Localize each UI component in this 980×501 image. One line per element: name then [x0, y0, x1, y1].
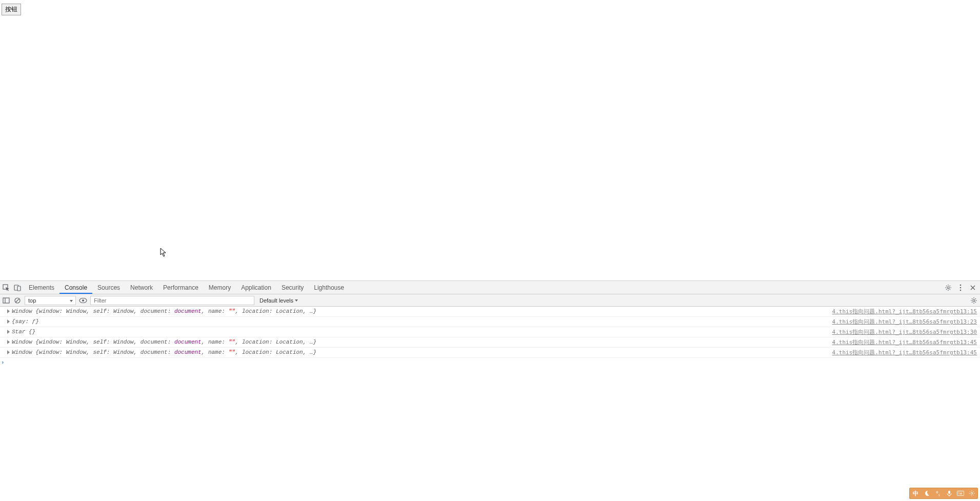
expand-triangle-icon[interactable]: [7, 330, 10, 334]
tab-security[interactable]: Security: [276, 282, 309, 294]
page-button[interactable]: 按钮: [2, 4, 21, 15]
console-prompt[interactable]: ›: [0, 358, 980, 359]
console-settings-icon[interactable]: [970, 296, 978, 305]
expand-triangle-icon[interactable]: [7, 319, 10, 324]
tab-application[interactable]: Application: [236, 282, 276, 294]
settings-gear-icon[interactable]: [944, 284, 952, 292]
svg-point-18: [961, 492, 962, 492]
console-row: Window {window: Window, self: Window, do…: [0, 307, 980, 317]
page-viewport: 按钮: [0, 0, 980, 280]
ime-keyboard-icon[interactable]: [956, 489, 965, 497]
expand-triangle-icon[interactable]: [7, 350, 10, 354]
clear-console-icon[interactable]: [13, 296, 22, 305]
svg-rect-7: [3, 298, 9, 303]
ime-mode-toggle[interactable]: 中: [911, 489, 919, 497]
console-message[interactable]: Window {window: Window, self: Window, do…: [7, 348, 832, 357]
svg-point-13: [973, 299, 975, 302]
svg-rect-2: [17, 286, 21, 291]
ime-punct-icon[interactable]: °,: [934, 489, 942, 497]
ime-mic-icon[interactable]: [945, 489, 953, 497]
expand-triangle-icon[interactable]: [7, 340, 10, 344]
tab-lighthouse[interactable]: Lighthouse: [309, 282, 349, 294]
svg-rect-20: [959, 493, 962, 494]
console-source-link[interactable]: 4.this指向问题.html?_ijt…8tb56sa5fmrgtb13:45: [832, 348, 978, 357]
prompt-caret-icon: ›: [1, 358, 5, 367]
log-levels-selector[interactable]: Default levels: [257, 297, 300, 304]
svg-point-4: [960, 284, 962, 286]
more-menu-icon[interactable]: [956, 284, 965, 292]
inspect-element-icon[interactable]: [2, 284, 10, 292]
svg-point-21: [971, 492, 973, 494]
console-source-link[interactable]: 4.this指向问题.html?_ijt…8tb56sa5fmrgtb13:45: [832, 338, 978, 347]
devtools-panel: ElementsConsoleSourcesNetworkPerformance…: [0, 280, 980, 501]
tab-network[interactable]: Network: [125, 282, 158, 294]
expand-triangle-icon[interactable]: [7, 309, 10, 313]
console-row: Window {window: Window, self: Window, do…: [0, 337, 980, 348]
device-toolbar-icon[interactable]: [13, 284, 22, 292]
execution-context-selector[interactable]: top: [25, 296, 76, 305]
execution-context-value: top: [28, 297, 36, 304]
svg-line-10: [16, 298, 19, 302]
console-source-link[interactable]: 4.this指向问题.html?_ijt…8tb56sa5fmrgtb13:23: [832, 317, 978, 326]
svg-point-6: [960, 289, 962, 291]
tab-elements[interactable]: Elements: [24, 282, 59, 294]
console-toolbar: top Default levels: [0, 294, 980, 307]
console-source-link[interactable]: 4.this指向问题.html?_ijt…8tb56sa5fmrgtb13:30: [832, 328, 978, 336]
ime-moon-icon[interactable]: [923, 489, 931, 497]
live-expression-icon[interactable]: [79, 296, 87, 305]
svg-point-17: [959, 492, 960, 492]
sidebar-toggle-icon[interactable]: [2, 296, 10, 305]
console-output: Window {window: Window, self: Window, do…: [0, 307, 980, 501]
console-message[interactable]: Window {window: Window, self: Window, do…: [7, 307, 832, 316]
svg-rect-15: [957, 491, 964, 496]
ime-settings-icon[interactable]: [968, 489, 976, 497]
console-row: Star {}4.this指向问题.html?_ijt…8tb56sa5fmrg…: [0, 327, 980, 337]
svg-point-5: [960, 287, 962, 288]
log-levels-label: Default levels: [259, 297, 293, 304]
svg-rect-14: [948, 491, 950, 494]
console-filter-input[interactable]: [90, 296, 254, 305]
console-row: Window {window: Window, self: Window, do…: [0, 348, 980, 358]
svg-point-12: [82, 299, 84, 302]
svg-point-19: [958, 493, 958, 494]
ime-toolbar: 中 °,: [909, 488, 978, 499]
console-message[interactable]: Star {}: [7, 328, 832, 336]
console-source-link[interactable]: 4.this指向问题.html?_ijt…8tb56sa5fmrgtb13:15: [832, 307, 978, 316]
mouse-cursor-icon: [160, 248, 167, 257]
tab-performance[interactable]: Performance: [158, 282, 204, 294]
console-message[interactable]: Window {window: Window, self: Window, do…: [7, 338, 832, 347]
tab-console[interactable]: Console: [59, 282, 92, 294]
close-devtools-icon[interactable]: [969, 284, 977, 292]
svg-point-16: [958, 492, 958, 492]
tab-sources[interactable]: Sources: [92, 282, 125, 294]
tab-memory[interactable]: Memory: [204, 282, 236, 294]
devtools-tabbar: ElementsConsoleSourcesNetworkPerformance…: [0, 281, 980, 294]
svg-point-3: [947, 287, 949, 289]
console-message[interactable]: {say: ƒ}: [7, 317, 832, 326]
console-row: {say: ƒ}4.this指向问题.html?_ijt…8tb56sa5fmr…: [0, 317, 980, 327]
